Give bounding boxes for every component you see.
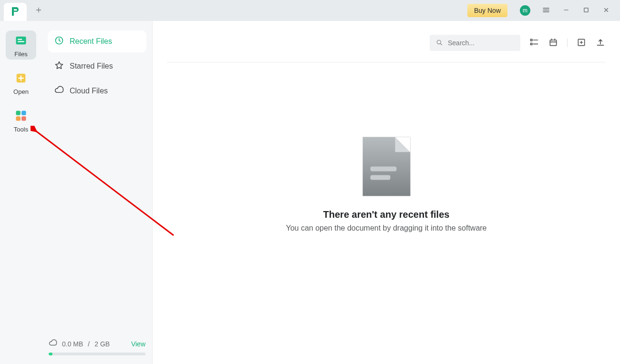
content-toolbar (167, 34, 606, 51)
rail-item-label: Open (13, 88, 29, 95)
rail-item-label: Files (14, 51, 27, 58)
upload-button[interactable] (595, 38, 606, 48)
list-icon (529, 38, 539, 49)
search-box[interactable] (430, 35, 520, 51)
close-icon (603, 7, 610, 15)
empty-subtitle: You can open the document by dragging it… (286, 224, 486, 233)
toolbar-hr (167, 62, 606, 62)
storage-progress (49, 353, 145, 355)
search-icon (435, 39, 443, 48)
maximize-icon (583, 7, 589, 15)
svg-rect-3 (18, 41, 24, 42)
hamburger-icon (542, 6, 550, 16)
upload-icon (596, 38, 605, 49)
storage-used: 0.0 MB (62, 340, 83, 348)
sidebar-item-starred-files[interactable]: Starred Files (48, 55, 146, 77)
cloud-icon (54, 85, 64, 97)
list-view-button[interactable] (529, 38, 539, 48)
app-logo-icon (10, 6, 21, 19)
left-rail: Files Open Tools (0, 21, 42, 364)
buy-now-label: Buy Now (474, 7, 501, 14)
minimize-icon (563, 7, 569, 15)
calendar-icon (548, 38, 558, 49)
empty-state: There aren't any recent files You can op… (286, 137, 486, 233)
buy-now-button[interactable]: Buy Now (467, 4, 507, 17)
svg-rect-1 (16, 37, 26, 44)
svg-rect-12 (531, 43, 532, 44)
svg-point-10 (437, 40, 441, 44)
search-input[interactable] (448, 39, 515, 47)
titlebar: Buy Now m (0, 0, 620, 21)
sidebar-item-label: Starred Files (70, 62, 113, 71)
window-maximize-button[interactable] (576, 0, 596, 21)
avatar[interactable]: m (520, 5, 530, 16)
svg-rect-7 (16, 116, 21, 121)
storage-total: 2 GB (94, 340, 110, 348)
svg-rect-0 (584, 8, 588, 11)
storage-view-link[interactable]: View (131, 340, 145, 348)
new-file-icon (577, 38, 586, 49)
star-icon (54, 61, 64, 72)
rail-item-files[interactable]: Files (6, 30, 36, 60)
new-tab-button[interactable] (31, 3, 46, 18)
svg-rect-8 (21, 116, 26, 121)
main-menu-button[interactable] (536, 0, 556, 21)
storage-panel: 0.0 MB / 2 GB View (48, 336, 146, 360)
avatar-initial: m (523, 7, 527, 14)
toolbar-divider (567, 39, 568, 47)
empty-title: There aren't any recent files (286, 209, 486, 220)
cloud-icon (49, 339, 57, 349)
sidebar-item-label: Cloud Files (70, 87, 108, 95)
empty-doc-icon (362, 137, 410, 196)
active-tab[interactable] (4, 3, 27, 21)
window-close-button[interactable] (596, 0, 616, 21)
calendar-button[interactable] (548, 38, 558, 48)
svg-rect-6 (21, 111, 26, 115)
open-icon (14, 71, 28, 85)
files-icon (14, 33, 28, 48)
rail-item-label: Tools (14, 126, 28, 133)
tools-icon (14, 109, 28, 123)
rail-item-tools[interactable]: Tools (6, 106, 36, 135)
sidebar-item-label: Recent Files (70, 37, 112, 46)
svg-rect-5 (16, 111, 21, 115)
svg-rect-11 (531, 39, 532, 40)
new-file-button[interactable] (576, 38, 587, 48)
sidebar-item-cloud-files[interactable]: Cloud Files (48, 80, 146, 102)
main-content: There aren't any recent files You can op… (153, 21, 620, 364)
plus-icon (35, 5, 42, 16)
clock-icon (54, 36, 64, 47)
sidebar-item-recent-files[interactable]: Recent Files (48, 30, 146, 52)
rail-item-open[interactable]: Open (6, 68, 36, 97)
window-minimize-button[interactable] (556, 0, 576, 21)
storage-sep: / (88, 340, 90, 348)
sidebar: Recent Files Starred Files Cloud Files 0… (42, 21, 153, 364)
svg-rect-2 (18, 39, 22, 40)
storage-progress-fill (49, 353, 52, 355)
svg-rect-13 (550, 40, 556, 46)
app-body: Files Open Tools Rec (0, 21, 620, 364)
